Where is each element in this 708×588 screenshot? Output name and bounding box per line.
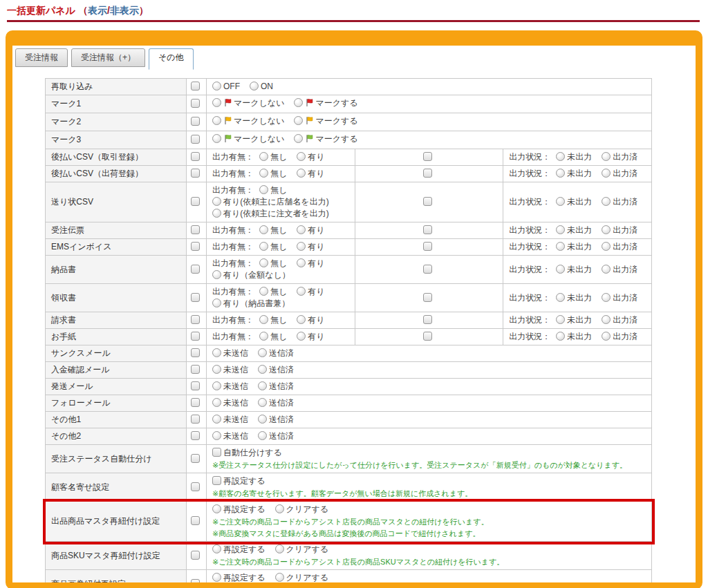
- option[interactable]: 無し: [259, 258, 287, 269]
- option[interactable]: 有り（納品書兼）: [212, 298, 290, 310]
- hide-link[interactable]: 非表示: [110, 5, 139, 16]
- row-select-checkbox[interactable]: [191, 551, 200, 560]
- option[interactable]: マークしない: [212, 97, 284, 111]
- option-radio[interactable]: [258, 381, 267, 390]
- option[interactable]: クリアする: [275, 504, 328, 515]
- row-select-checkbox[interactable]: [191, 482, 200, 491]
- tab-1[interactable]: 受注情報（+）: [71, 48, 145, 67]
- option-radio[interactable]: [294, 116, 303, 125]
- option-radio[interactable]: [275, 544, 284, 553]
- option[interactable]: 再設定する: [212, 572, 266, 584]
- option-radio[interactable]: [212, 298, 221, 307]
- status-option-radio[interactable]: [556, 169, 565, 178]
- status-select-checkbox[interactable]: [423, 242, 432, 251]
- option-radio[interactable]: [258, 365, 267, 374]
- option-radio[interactable]: [212, 381, 221, 390]
- option-radio[interactable]: [212, 398, 221, 407]
- status-select-checkbox[interactable]: [423, 293, 432, 302]
- option[interactable]: 送信済: [258, 430, 294, 442]
- option[interactable]: 無し: [259, 168, 287, 180]
- row-select-checkbox[interactable]: [191, 82, 200, 91]
- option[interactable]: 未出力: [556, 196, 592, 208]
- option[interactable]: 未送信: [212, 414, 248, 426]
- option-radio[interactable]: [212, 209, 221, 218]
- option-radio[interactable]: [259, 332, 268, 341]
- option[interactable]: 再設定する: [212, 504, 266, 515]
- option-radio[interactable]: [297, 242, 306, 251]
- option-radio[interactable]: [259, 315, 268, 324]
- option[interactable]: 再設定する: [212, 544, 266, 556]
- option[interactable]: 未出力: [556, 151, 592, 163]
- row-select-checkbox[interactable]: [191, 99, 200, 108]
- option[interactable]: 有り: [297, 331, 324, 343]
- option[interactable]: 出力済: [602, 196, 637, 208]
- option[interactable]: クリアする: [275, 572, 328, 584]
- show-link[interactable]: 表示: [88, 5, 107, 16]
- option-radio[interactable]: [275, 573, 284, 582]
- option[interactable]: 有り: [297, 314, 324, 326]
- option[interactable]: 無し: [259, 241, 287, 253]
- option-radio[interactable]: [258, 348, 267, 357]
- option[interactable]: クリアする: [275, 544, 328, 556]
- option-radio[interactable]: [294, 134, 303, 143]
- row-select-checkbox[interactable]: [191, 454, 200, 463]
- option-radio[interactable]: [212, 365, 221, 374]
- option[interactable]: マークする: [294, 115, 357, 129]
- option[interactable]: 有り: [297, 258, 324, 269]
- status-option-radio[interactable]: [602, 293, 611, 302]
- option-radio[interactable]: [212, 504, 221, 513]
- option-radio[interactable]: [212, 116, 221, 125]
- row-select-checkbox[interactable]: [191, 579, 200, 588]
- option-radio[interactable]: [297, 225, 306, 234]
- status-option-radio[interactable]: [602, 332, 611, 341]
- option-radio[interactable]: [258, 431, 267, 440]
- row-select-checkbox[interactable]: [191, 315, 200, 324]
- option[interactable]: 出力済: [602, 292, 637, 304]
- option[interactable]: 出力済: [602, 331, 637, 343]
- option[interactable]: マークする: [294, 133, 357, 146]
- option-radio[interactable]: [297, 169, 306, 178]
- option-checkbox[interactable]: [212, 476, 221, 485]
- option-radio[interactable]: [297, 152, 306, 161]
- option-radio[interactable]: [212, 134, 221, 143]
- option[interactable]: 送信済: [258, 381, 294, 392]
- option-radio[interactable]: [259, 258, 268, 267]
- option[interactable]: 無し: [259, 184, 287, 196]
- status-option-radio[interactable]: [556, 332, 565, 341]
- status-option-radio[interactable]: [556, 242, 565, 251]
- option[interactable]: 未出力: [556, 292, 592, 304]
- option[interactable]: 有り（金額なし）: [212, 269, 290, 281]
- row-select-checkbox[interactable]: [191, 225, 200, 234]
- option[interactable]: 有り: [297, 241, 324, 253]
- option-radio[interactable]: [258, 398, 267, 407]
- option-checkbox[interactable]: [212, 448, 221, 457]
- row-select-checkbox[interactable]: [191, 242, 200, 251]
- option[interactable]: 有り: [297, 225, 324, 236]
- option[interactable]: 出力済: [602, 168, 637, 180]
- option[interactable]: 無し: [259, 286, 287, 298]
- row-select-checkbox[interactable]: [191, 197, 200, 206]
- option-radio[interactable]: [297, 315, 306, 324]
- status-option-radio[interactable]: [556, 315, 565, 324]
- option[interactable]: 無し: [259, 314, 287, 326]
- option-radio[interactable]: [259, 287, 268, 296]
- status-select-checkbox[interactable]: [423, 265, 432, 274]
- row-select-checkbox[interactable]: [191, 398, 200, 407]
- row-select-checkbox[interactable]: [191, 293, 200, 302]
- option[interactable]: 送信済: [258, 414, 294, 426]
- option-radio[interactable]: [259, 185, 268, 194]
- option[interactable]: 出力済: [602, 264, 637, 276]
- option-radio[interactable]: [250, 82, 259, 91]
- option-radio[interactable]: [297, 332, 306, 341]
- status-option-radio[interactable]: [556, 152, 565, 161]
- option[interactable]: 未出力: [556, 241, 592, 253]
- row-select-checkbox[interactable]: [191, 265, 200, 274]
- option-radio[interactable]: [259, 242, 268, 251]
- option[interactable]: 再設定する: [212, 475, 266, 487]
- status-option-radio[interactable]: [602, 197, 611, 206]
- option[interactable]: 未送信: [212, 397, 248, 409]
- option[interactable]: 有り: [297, 151, 324, 163]
- row-select-checkbox[interactable]: [191, 365, 200, 374]
- option[interactable]: 未出力: [556, 314, 592, 326]
- option[interactable]: 有り: [297, 286, 324, 298]
